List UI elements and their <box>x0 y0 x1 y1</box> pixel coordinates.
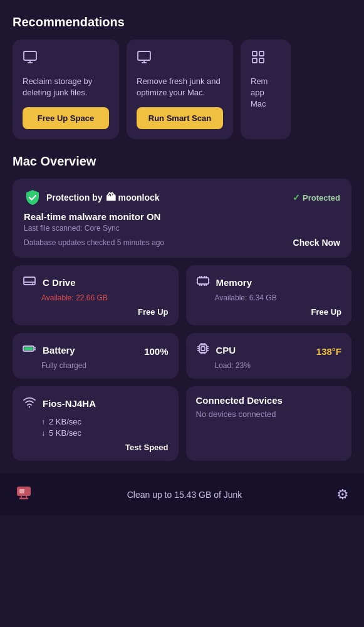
cdrive-available: Available: 22.66 GB <box>41 293 169 302</box>
battery-icon <box>23 342 36 359</box>
svg-rect-8 <box>259 58 264 63</box>
svg-rect-9 <box>252 58 257 63</box>
test-speed-button[interactable]: Test Speed <box>23 443 169 452</box>
drive-memory-grid: C Drive Available: 22.66 GB Free Up <box>13 265 351 325</box>
app-container: Recommendations Reclaim storage by delet… <box>0 0 364 627</box>
protection-by-text: Protection by 🏔 moonlock <box>46 192 160 203</box>
realtime-text: Real-time malware monitor ON <box>24 211 340 222</box>
cdrive-header: C Drive <box>23 274 169 291</box>
svg-rect-6 <box>252 51 257 56</box>
svg-rect-10 <box>24 277 35 285</box>
apps-icon <box>251 50 266 68</box>
svg-rect-3 <box>138 51 150 60</box>
wifi-download-row: ↓ 5 KB/sec <box>41 428 169 438</box>
footer-logo-svg[interactable] <box>15 483 33 501</box>
memory-available: Available: 6.34 GB <box>215 293 342 302</box>
connected-devices-title: Connected Devices <box>196 395 342 406</box>
cdrive-tile: C Drive Available: 22.66 GB Free Up <box>13 265 179 325</box>
battery-tile: Battery 100% Fully charged <box>13 333 179 379</box>
rec-card-text-2: Remove fresh junk and optimize your Mac. <box>137 76 223 98</box>
mac-overview-section: Mac Overview Protection by 🏔 moonlock <box>0 139 364 461</box>
run-smart-scan-button[interactable]: Run Smart Scan <box>137 107 223 129</box>
wifi-tile: Fios-NJ4HA ↑ 2 KB/sec ↓ 5 KB/sec Test Sp… <box>13 386 179 461</box>
monitor-icon-1 <box>23 50 38 68</box>
battery-cpu-grid: Battery 100% Fully charged <box>13 333 351 379</box>
protection-card: Protection by 🏔 moonlock ✓ Protected Rea… <box>13 179 351 258</box>
check-now-button[interactable]: Check Now <box>293 238 340 248</box>
app-logo-icon[interactable] <box>15 483 33 505</box>
svg-point-12 <box>32 283 33 285</box>
battery-row: Battery 100% <box>23 342 169 361</box>
svg-rect-42 <box>19 489 24 493</box>
memory-tile: Memory Available: 6.34 GB Free Up <box>186 265 352 325</box>
cdrive-free-up-button[interactable]: Free Up <box>23 307 169 317</box>
mac-overview-title: Mac Overview <box>13 154 351 169</box>
moonlock-icon: 🏔 <box>106 192 116 203</box>
memory-free-up-button[interactable]: Free Up <box>196 307 342 317</box>
wifi-title: Fios-NJ4HA <box>43 398 96 409</box>
upload-arrow-icon: ↑ <box>41 418 45 426</box>
cpu-row: CPU 138°F <box>196 342 342 361</box>
svg-rect-26 <box>199 345 207 352</box>
cpu-value: 138°F <box>316 346 341 357</box>
svg-rect-13 <box>197 278 209 284</box>
svg-rect-7 <box>259 51 264 56</box>
memory-icon <box>196 274 210 291</box>
protection-left: Protection by 🏔 moonlock <box>24 189 160 206</box>
rec-card-text-1: Reclaim storage by deleting junk files. <box>23 76 109 98</box>
recommendations-cards: Reclaim storage by deleting junk files. … <box>13 40 351 139</box>
protection-header: Protection by 🏔 moonlock ✓ Protected <box>24 189 340 206</box>
rec-card-partial: RemappMac <box>241 40 291 139</box>
shield-icon <box>24 189 41 206</box>
moonlock-logo: 🏔 moonlock <box>106 192 159 203</box>
wifi-upload-value: 2 KB/sec <box>49 417 81 426</box>
cpu-title: CPU <box>216 345 236 356</box>
connected-devices-empty: No devices connected <box>196 409 342 419</box>
cpu-header: CPU <box>196 342 236 359</box>
battery-title: Battery <box>43 345 75 356</box>
drive-icon <box>23 274 36 291</box>
wifi-upload-row: ↑ 2 KB/sec <box>41 417 169 426</box>
memory-title: Memory <box>216 277 252 288</box>
wifi-icon <box>23 395 36 412</box>
free-up-space-button[interactable]: Free Up Space <box>23 107 109 129</box>
protected-badge: ✓ Protected <box>293 192 340 203</box>
wifi-header: Fios-NJ4HA <box>23 395 169 412</box>
battery-subtitle: Fully charged <box>41 361 169 370</box>
wifi-devices-row: Fios-NJ4HA ↑ 2 KB/sec ↓ 5 KB/sec Test Sp… <box>13 386 351 461</box>
connected-devices-tile: Connected Devices No devices connected <box>186 386 352 461</box>
checkmark-icon: ✓ <box>293 192 300 203</box>
wifi-speeds: ↑ 2 KB/sec ↓ 5 KB/sec <box>41 417 169 438</box>
memory-header: Memory <box>196 274 342 291</box>
svg-point-40 <box>29 406 30 408</box>
rec-card-smart-scan: Remove fresh junk and optimize your Mac.… <box>127 40 233 139</box>
cpu-tile: CPU 138°F Load: 23% <box>186 333 352 379</box>
recommendations-section: Recommendations Reclaim storage by delet… <box>0 0 364 139</box>
db-update-text: Database updates checked 5 minutes ago <box>24 238 164 247</box>
recommendations-title: Recommendations <box>13 15 351 29</box>
battery-header: Battery <box>23 342 75 359</box>
last-scan-text: Last file scanned: Core Sync <box>24 224 340 233</box>
cdrive-title: C Drive <box>43 277 76 288</box>
svg-rect-0 <box>24 51 36 60</box>
rec-card-text-3: RemappMac <box>251 76 268 120</box>
svg-rect-25 <box>24 347 33 350</box>
footer-cleanup-text: Clean up to 15.43 GB of Junk <box>127 490 242 500</box>
wifi-download-value: 5 KB/sec <box>49 428 81 438</box>
rec-card-free-space: Reclaim storage by deleting junk files. … <box>13 40 119 139</box>
cpu-icon <box>196 342 210 359</box>
svg-rect-27 <box>201 347 205 350</box>
download-arrow-icon: ↓ <box>41 429 45 438</box>
footer: Clean up to 15.43 GB of Junk ⚙ <box>0 473 364 515</box>
monitor-icon-2 <box>137 50 152 68</box>
battery-value: 100% <box>144 346 168 357</box>
settings-gear-icon[interactable]: ⚙ <box>336 487 349 503</box>
cpu-subtitle: Load: 23% <box>215 361 342 370</box>
db-update-row: Database updates checked 5 minutes ago C… <box>24 238 340 248</box>
